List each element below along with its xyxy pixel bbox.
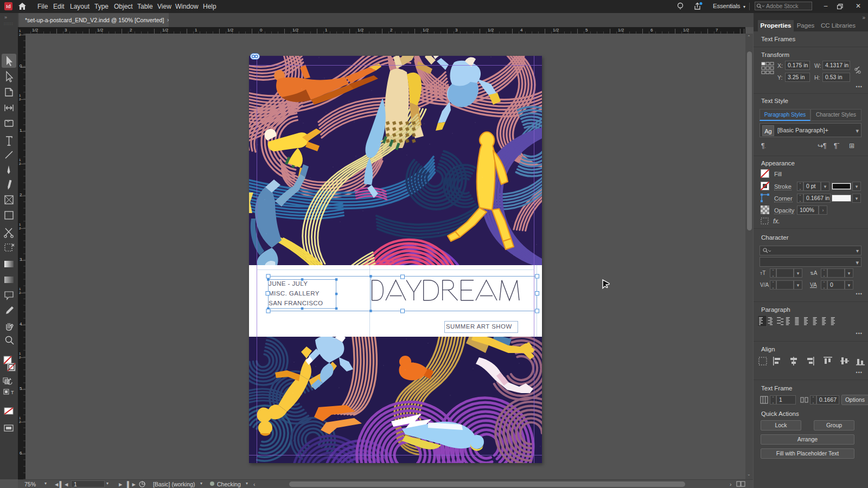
svg-text:SAN FRANCISCO: SAN FRANCISCO	[269, 299, 323, 306]
svg-text:MISC. GALLERY: MISC. GALLERY	[269, 290, 320, 297]
svg-text:SUMMER ART SHOW: SUMMER ART SHOW	[446, 323, 512, 330]
svg-text:T: T	[11, 390, 14, 395]
